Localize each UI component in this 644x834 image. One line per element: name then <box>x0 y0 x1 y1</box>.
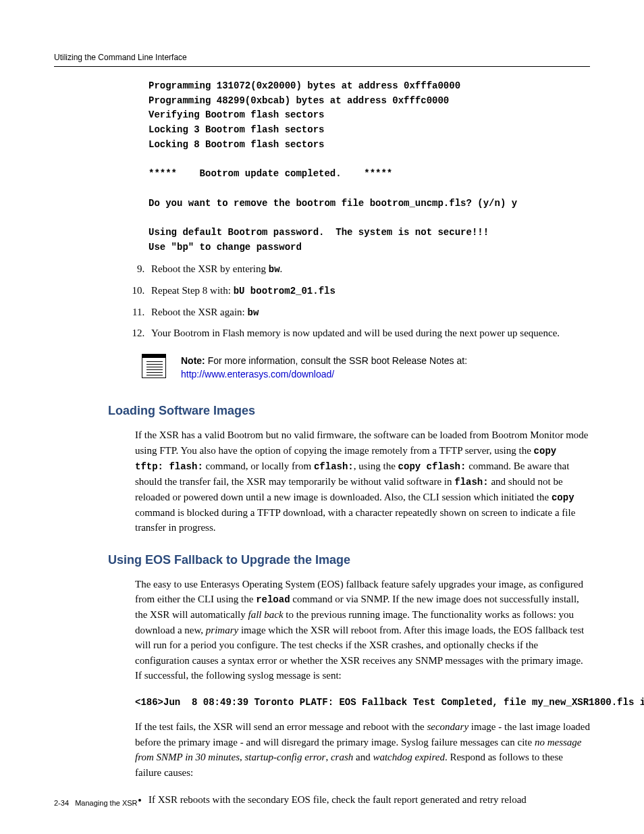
step-text: . <box>280 263 283 274</box>
step-code: bw <box>269 264 280 275</box>
code-line: Programming 131072(0x20000) bytes at add… <box>149 80 460 91</box>
step-11: Reboot the XSR again: bw <box>147 305 590 321</box>
running-head: Utilizing the Command Line Interface <box>54 53 590 67</box>
list-item-text: If XSR reboots with the secondary EOS fi… <box>149 794 527 805</box>
step-text: Repeat Step 8 with: <box>151 285 234 296</box>
text-run: and <box>353 752 373 762</box>
note-body: For more information, consult the SSR bo… <box>205 355 467 366</box>
emphasis: crash <box>331 752 353 762</box>
step-10: Repeat Step 8 with: bU bootrom2_01.fls <box>147 283 590 299</box>
section2-paragraph-1: The easy to use Enterasys Operating Syst… <box>135 577 590 683</box>
page-number: 2-34 <box>54 799 69 807</box>
syslog-output: <186>Jun 8 08:49:39 Toronto PLATF: EOS F… <box>135 696 590 710</box>
page-footer: 2-34 Managing the XSR <box>54 799 138 807</box>
text-run: , <box>325 752 331 762</box>
step-9: Reboot the XSR by entering bw. <box>147 261 590 278</box>
code-line: Do you want to remove the bootrom file b… <box>149 198 517 209</box>
failure-response-list: If XSR reboots with the secondary EOS fi… <box>135 792 590 808</box>
emphasis: primary <box>206 625 238 635</box>
text-run: command is blocked during a TFTP downloa… <box>135 507 575 533</box>
list-item: If XSR reboots with the secondary EOS fi… <box>149 792 590 808</box>
note-link[interactable]: http://www.enterasys.com/download/ <box>181 369 334 380</box>
text-run: , using the <box>354 461 398 471</box>
step-code: bw <box>248 307 259 318</box>
emphasis: fall back <box>248 609 283 620</box>
text-run: command, or locally from <box>203 461 314 471</box>
step-12: Your Bootrom in Flash memory is now upda… <box>147 325 590 341</box>
code-line: Use "bp" to change password <box>149 242 302 253</box>
code-line: Locking 3 Bootrom flash sectors <box>149 124 324 135</box>
procedure-steps: Reboot the XSR by entering bw. Repeat St… <box>128 261 590 341</box>
inline-code: copy cflash: <box>398 461 466 472</box>
terminal-output: Programming 131072(0x20000) bytes at add… <box>149 79 590 255</box>
step-text: Reboot the XSR by entering <box>151 263 269 274</box>
emphasis: startup-config error <box>245 752 326 762</box>
note-text: Note: For more information, consult the … <box>181 354 467 382</box>
document-page: Utilizing the Command Line Interface Pro… <box>0 0 644 834</box>
text-run: If the test fails, the XSR will send an … <box>135 721 427 732</box>
note-icon <box>142 354 166 378</box>
heading-loading-software-images: Loading Software Images <box>108 404 590 418</box>
code-line: ***** Bootrom update completed. ***** <box>149 168 392 179</box>
text-run: , <box>240 752 245 762</box>
code-line: Locking 8 Bootrom flash sectors <box>149 139 324 150</box>
emphasis: secondary <box>427 721 468 732</box>
code-line: Using default Bootrom password. The syst… <box>149 227 489 238</box>
step-code: bU bootrom2_01.fls <box>234 286 336 296</box>
inline-code: copy <box>552 492 574 503</box>
heading-eos-fallback: Using EOS Fallback to Upgrade the Image <box>108 553 590 567</box>
inline-code: cflash: <box>314 461 354 472</box>
code-line: Programming 48299(0xbcab) bytes at addre… <box>149 95 449 106</box>
section2-paragraph-2: If the test fails, the XSR will send an … <box>135 719 590 780</box>
emphasis: watchdog expired <box>373 752 445 762</box>
text-run: If the XSR has a valid Bootrom but no va… <box>135 429 589 456</box>
inline-code: reload <box>256 594 290 605</box>
note-label: Note: <box>181 355 205 366</box>
section1-paragraph: If the XSR has a valid Bootrom but no va… <box>135 427 590 536</box>
step-text: Your Bootrom in Flash memory is now upda… <box>151 328 560 338</box>
code-line: Verifying Bootrom flash sectors <box>149 109 324 120</box>
note-block: Note: For more information, consult the … <box>142 354 590 382</box>
footer-label: Managing the XSR <box>75 799 137 807</box>
inline-code: flash: <box>454 477 488 488</box>
step-text: Reboot the XSR again: <box>151 307 248 317</box>
